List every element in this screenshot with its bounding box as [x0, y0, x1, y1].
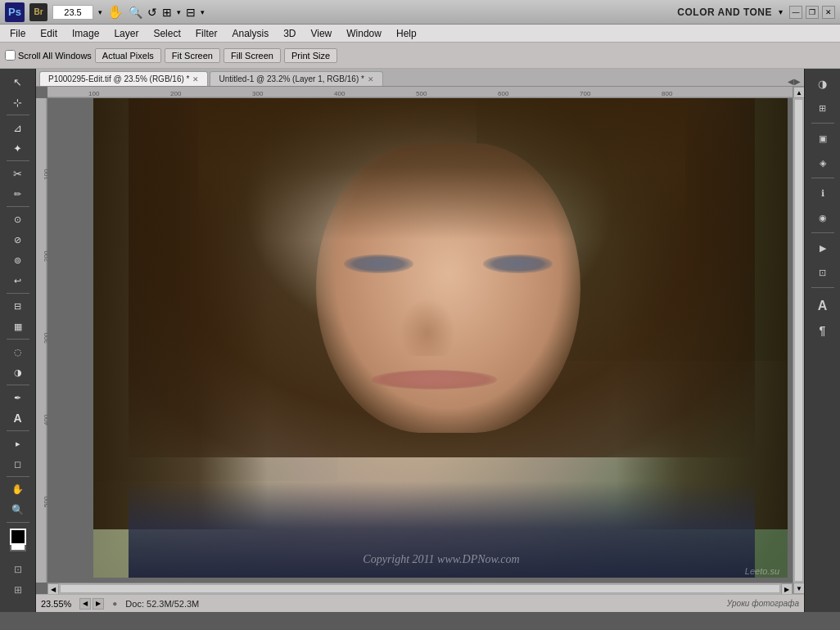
tabs-scroll-right-icon[interactable]: ▶ [794, 77, 801, 86]
actions-panel-button[interactable]: ⊡ [811, 261, 835, 284]
rotate-tool-icon[interactable]: ↺ [147, 6, 157, 19]
actual-pixels-button[interactable]: Actual Pixels [95, 48, 161, 63]
menu-filter[interactable]: Filter [189, 26, 224, 41]
photo-image: Copyright 2011 www.DPNow.com Leeto.su [93, 95, 788, 578]
quick-mask-tool[interactable]: ⊡ [6, 560, 30, 579]
screen-mode-tool[interactable]: ⊞ [6, 580, 30, 600]
vertical-scrollbar[interactable]: ▲ ▼ [793, 87, 804, 594]
menu-select[interactable]: Select [147, 26, 187, 41]
eyedropper-tool[interactable]: ✏ [6, 184, 30, 204]
history-panel-button[interactable]: ▶ [811, 236, 835, 259]
tabs-scroll-left-icon[interactable]: ◀ [788, 77, 794, 86]
zoom-dropdown-icon[interactable]: ▾ [98, 8, 102, 16]
brush-tool[interactable]: ⊘ [6, 230, 30, 250]
close-button[interactable]: ✕ [822, 6, 835, 19]
selection-tool[interactable]: ⊹ [6, 92, 30, 112]
rpanel-text-section: A ¶ [811, 295, 835, 342]
menu-image[interactable]: Image [65, 26, 106, 41]
tab-label-2: Untitled-1 @ 23.2% (Layer 1, RGB/16) * [219, 74, 364, 83]
info-panel-button[interactable]: ℹ [811, 182, 835, 205]
menu-layer[interactable]: Layer [107, 26, 145, 41]
zoom-tool-icon[interactable]: 🔍 [129, 6, 142, 19]
view-mode-icon[interactable]: ⊞ [162, 6, 172, 19]
tab-document-1[interactable]: P1000295-Edit.tif @ 23.5% (RGB/16) * ✕ [39, 71, 208, 86]
swatches-panel-button[interactable]: ⊞ [811, 97, 835, 119]
text-tool[interactable]: A [6, 408, 30, 428]
print-size-button[interactable]: Print Size [284, 48, 337, 63]
scroll-thumb-v[interactable] [794, 99, 803, 582]
canvas-area: P1000295-Edit.tif @ 23.5% (RGB/16) * ✕ U… [36, 69, 804, 612]
healing-tool[interactable]: ⊙ [6, 209, 30, 229]
eraser-tool[interactable]: ⊟ [6, 296, 30, 316]
svg-text:100: 100 [43, 169, 48, 180]
zoom-tool-left[interactable]: 🔍 [6, 500, 30, 520]
gradient-tool[interactable]: ▦ [6, 317, 30, 336]
menu-window[interactable]: Window [340, 26, 388, 41]
dodge-tool[interactable]: ◑ [6, 362, 30, 382]
menu-3d[interactable]: 3D [277, 26, 302, 41]
scroll-all-windows-group: Scroll All Windows [5, 50, 92, 61]
fit-screen-button[interactable]: Fit Screen [165, 48, 220, 63]
fill-screen-button[interactable]: Fill Screen [224, 48, 281, 63]
color-swatches [3, 529, 33, 555]
arrangement-dropdown-icon[interactable]: ▾ [201, 8, 205, 16]
scroll-down-button[interactable]: ▼ [793, 583, 804, 594]
clone-tool[interactable]: ⊚ [6, 250, 30, 270]
watermark-text: Copyright 2011 www.DPNow.com [93, 553, 788, 566]
next-frame-button[interactable]: ▶ [93, 598, 104, 610]
magic-wand-tool[interactable]: ✦ [6, 138, 30, 158]
nav-arrows: ◀ ▶ [79, 598, 104, 610]
rpanel-divider-1 [811, 123, 834, 124]
foreground-color[interactable] [10, 529, 26, 545]
adjustments-panel-button[interactable]: ▣ [811, 127, 835, 150]
scroll-right-button[interactable]: ▶ [781, 583, 793, 594]
svg-text:100: 100 [88, 90, 100, 97]
status-hint: Уроки фотографа [727, 599, 799, 608]
hand-tool-icon[interactable]: ✋ [107, 4, 124, 20]
type-tool-panel[interactable]: A [811, 295, 835, 317]
color-panel-button[interactable]: ◑ [811, 72, 835, 95]
title-bar: Ps Br 23.5 ▾ ✋ 🔍 ↺ ⊞ ▾ ⊟ ▾ COLOR AND TON… [0, 0, 840, 25]
menu-edit[interactable]: Edit [34, 26, 64, 41]
restore-button[interactable]: ❐ [806, 6, 819, 19]
view-mode-dropdown-icon[interactable]: ▾ [177, 8, 181, 16]
menu-help[interactable]: Help [390, 26, 423, 41]
blur-tool[interactable]: ◌ [6, 342, 30, 362]
zoom-input[interactable]: 23.5 [52, 5, 93, 20]
lasso-tool[interactable]: ⊿ [6, 118, 30, 137]
masks-panel-button[interactable]: ◈ [811, 151, 835, 174]
horizontal-scrollbar[interactable]: ◀ ▶ [47, 583, 793, 594]
prev-frame-button[interactable]: ◀ [79, 598, 91, 610]
canvas-viewport: 100 200 300 400 500 600 700 800 100 200 … [36, 87, 804, 594]
scroll-all-checkbox[interactable] [5, 50, 16, 61]
tool-divider-5 [7, 339, 29, 340]
tab-close-1[interactable]: ✕ [192, 75, 199, 83]
scroll-left-button[interactable]: ◀ [47, 583, 59, 594]
tab-close-2[interactable]: ✕ [368, 75, 374, 83]
menu-file[interactable]: File [3, 26, 32, 41]
history-brush-tool[interactable]: ↩ [6, 271, 30, 290]
minimize-button[interactable]: — [789, 6, 802, 19]
workspace-dropdown-icon[interactable]: ▾ [779, 7, 783, 16]
tab-document-2[interactable]: Untitled-1 @ 23.2% (Layer 1, RGB/16) * ✕ [210, 71, 382, 86]
tool-divider-6 [7, 385, 29, 385]
menu-view[interactable]: View [304, 26, 338, 41]
pen-tool[interactable]: ✒ [6, 388, 30, 407]
hand-tool-left[interactable]: ✋ [6, 479, 30, 499]
menu-analysis[interactable]: Analysis [225, 26, 275, 41]
scroll-thumb-h[interactable] [60, 584, 780, 593]
path-select-tool[interactable]: ▸ [6, 434, 30, 453]
tool-divider-1 [7, 115, 29, 115]
navigator-panel-button[interactable]: ◉ [811, 206, 835, 229]
paragraph-tool-panel[interactable]: ¶ [811, 319, 835, 342]
arrangement-icon[interactable]: ⊟ [186, 6, 196, 19]
zoom-percentage[interactable]: 23.55% [41, 599, 71, 609]
window-controls: — ❐ ✕ [789, 6, 835, 19]
scroll-up-button[interactable]: ▲ [793, 87, 804, 98]
shape-tool[interactable]: ◻ [6, 454, 30, 474]
crop-tool[interactable]: ✂ [6, 164, 30, 183]
status-bar: 23.55% ◀ ▶ ● Doc: 52.3M/52.3M Уроки фото… [36, 594, 804, 612]
move-tool[interactable]: ↖ [6, 72, 30, 92]
rpanel-divider-2 [811, 178, 834, 178]
tool-divider-2 [7, 160, 29, 161]
